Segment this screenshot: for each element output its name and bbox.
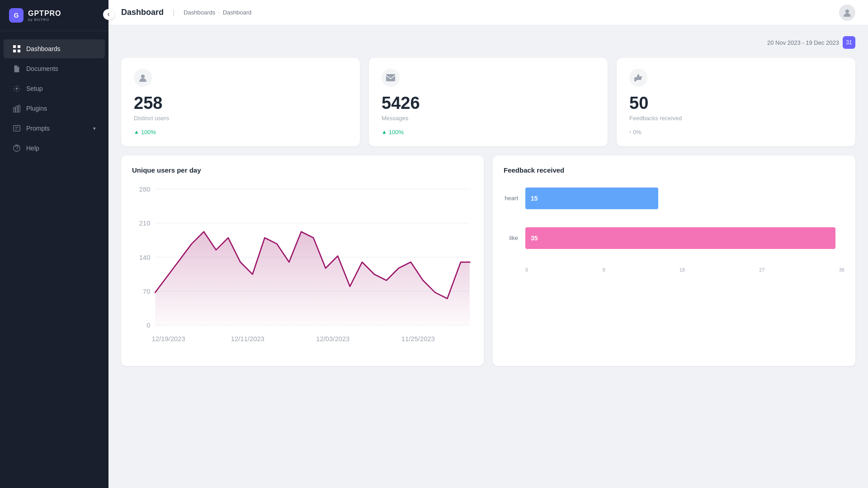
chevron-left-icon	[106, 12, 111, 17]
header-separator: |	[173, 9, 175, 17]
svg-text:280: 280	[139, 186, 151, 193]
sidebar-label-setup: Setup	[26, 85, 43, 92]
bar-chart-axis: 0 9 18 27 36	[504, 267, 844, 272]
breadcrumb: Dashboards - Dashboard	[184, 9, 251, 16]
svg-text:12/11/2023: 12/11/2023	[231, 335, 264, 343]
users-change: ▲ 100%	[134, 129, 347, 136]
feedbacks-arrow: ›	[629, 129, 631, 135]
stat-card-users: 258 Distinct users ▲ 100%	[121, 58, 360, 146]
sidebar-item-prompts[interactable]: Prompts ▾	[4, 119, 105, 138]
like-bar-value: 35	[531, 235, 538, 242]
line-chart-title: Unique users per day	[132, 166, 473, 174]
sidebar-item-plugins[interactable]: Plugins	[4, 99, 105, 118]
dashboard-content: 20 Nov 2023 - 19 Dec 2023 31 258 Distinc…	[108, 25, 868, 488]
sidebar-item-dashboards[interactable]: Dashboards	[4, 39, 105, 58]
breadcrumb-dashboard[interactable]: Dashboard	[223, 9, 252, 16]
svg-rect-8	[16, 106, 18, 113]
stat-card-messages: 5426 Messages ▲ 100%	[369, 58, 608, 146]
svg-rect-17	[634, 77, 637, 81]
main-content: Dashboard | Dashboards - Dashboard 20 No…	[108, 0, 868, 488]
like-bar-label: like	[504, 235, 518, 241]
stat-card-feedbacks: 50 Feedbacks received › 0%	[617, 58, 855, 146]
messages-arrow: ▲	[382, 129, 387, 135]
sidebar-label-prompts: Prompts	[26, 125, 50, 132]
logo-name: GPTPRO	[28, 9, 61, 18]
axis-36: 36	[839, 267, 844, 272]
feedback-chart-card: Feedback received heart 15 like	[493, 155, 855, 366]
avatar-icon	[842, 8, 852, 18]
header: Dashboard | Dashboards - Dashboard	[108, 0, 868, 25]
logo-subtitle: by BOTRO	[28, 18, 61, 22]
sidebar-item-setup[interactable]: Setup	[4, 79, 105, 98]
sidebar-label-dashboards: Dashboards	[26, 45, 61, 52]
axis-27: 27	[759, 267, 764, 272]
user-avatar[interactable]	[839, 5, 855, 21]
line-chart-container: 280 210 140 70 0	[132, 183, 473, 355]
svg-text:210: 210	[139, 220, 151, 227]
thumbsup-icon	[633, 73, 643, 83]
mail-icon	[386, 74, 396, 82]
heart-bar-track: 15	[525, 188, 844, 209]
svg-rect-2	[13, 50, 16, 52]
feedbacks-change: › 0%	[629, 129, 843, 136]
axis-9: 9	[602, 267, 605, 272]
feedbacks-change-value: 0%	[633, 129, 642, 136]
svg-rect-3	[18, 50, 20, 52]
user-stat-icon	[134, 69, 152, 87]
messages-change-value: 100%	[389, 129, 404, 136]
messages-value: 5426	[382, 94, 595, 113]
svg-text:12/19/2023: 12/19/2023	[152, 335, 185, 343]
stat-cards-grid: 258 Distinct users ▲ 100% 5426 Messages	[121, 58, 855, 146]
sidebar-label-plugins: Plugins	[26, 105, 47, 112]
calendar-date: 31	[846, 39, 852, 46]
svg-rect-16	[386, 74, 395, 81]
svg-point-14	[845, 9, 849, 13]
svg-rect-1	[18, 45, 20, 48]
axis-0: 0	[525, 267, 528, 272]
svg-rect-9	[19, 105, 20, 113]
logo-icon: G	[9, 8, 24, 23]
page-title: Dashboard	[121, 8, 164, 17]
calendar-icon[interactable]: 31	[843, 36, 855, 49]
prompts-chevron-icon: ▾	[93, 126, 96, 131]
prompts-icon	[13, 124, 21, 132]
heart-bar-label: heart	[504, 195, 518, 202]
sidebar: G GPTPRO by BOTRO Dashboards Documents	[0, 0, 108, 488]
feedbacks-stat-icon	[629, 69, 647, 87]
sidebar-item-documents[interactable]: Documents	[4, 59, 105, 78]
sidebar-label-help: Help	[26, 145, 39, 152]
feedbacks-value: 50	[629, 94, 843, 113]
line-chart-card: Unique users per day 280 210 140 70 0	[121, 155, 484, 366]
feedbacks-label: Feedbacks received	[629, 115, 843, 122]
users-change-value: 100%	[141, 129, 156, 136]
setup-icon	[13, 84, 21, 93]
breadcrumb-arrow: -	[218, 9, 220, 16]
axis-18: 18	[679, 267, 685, 272]
svg-text:0: 0	[146, 322, 150, 329]
date-range-text: 20 Nov 2023 - 19 Dec 2023	[767, 39, 839, 46]
breadcrumb-dashboards[interactable]: Dashboards	[184, 9, 215, 16]
svg-rect-7	[14, 108, 15, 113]
messages-stat-icon	[382, 69, 400, 87]
like-bar-fill: 35	[525, 227, 835, 249]
sidebar-label-documents: Documents	[26, 65, 58, 72]
like-bar-row: like 35	[504, 227, 844, 249]
users-value: 258	[134, 94, 347, 113]
users-arrow: ▲	[134, 129, 139, 135]
users-label: Distinct users	[134, 115, 347, 122]
charts-row: Unique users per day 280 210 140 70 0	[121, 155, 855, 366]
svg-rect-0	[13, 45, 16, 48]
logo: G GPTPRO by BOTRO	[0, 0, 108, 31]
dashboards-icon	[13, 45, 21, 53]
sidebar-toggle-button[interactable]	[103, 9, 114, 20]
messages-label: Messages	[382, 115, 595, 122]
svg-text:70: 70	[143, 288, 150, 295]
sidebar-nav: Dashboards Documents Setup Plugins	[0, 31, 108, 488]
help-icon	[13, 144, 21, 152]
plugins-icon	[13, 104, 21, 113]
documents-icon	[13, 65, 21, 73]
logo-text-group: GPTPRO by BOTRO	[28, 9, 61, 22]
line-chart-svg: 280 210 140 70 0	[132, 183, 473, 353]
sidebar-item-help[interactable]: Help	[4, 139, 105, 158]
heart-bar-value: 15	[531, 195, 538, 202]
